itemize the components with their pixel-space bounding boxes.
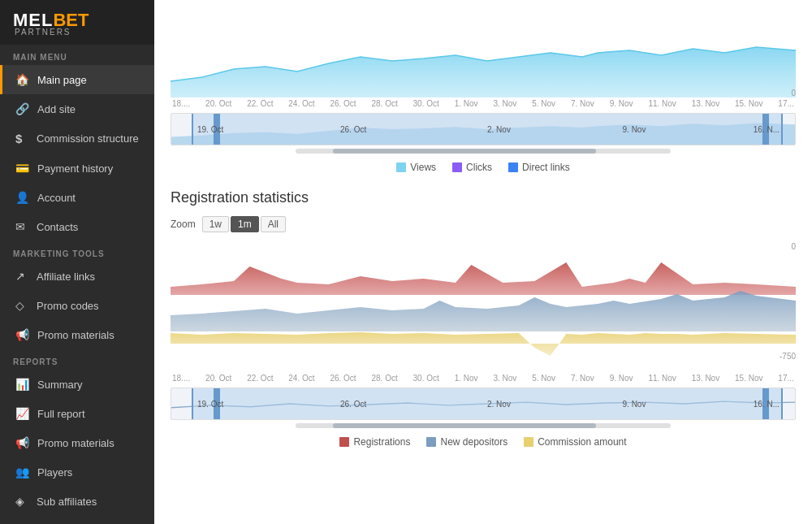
sidebar-label-promo-materials: Promo materials	[37, 329, 114, 341]
sidebar-label-sub-affiliates: Sub affiliates	[37, 496, 97, 508]
nav-label-1: 19. Oct	[197, 125, 223, 134]
registrations-dot	[339, 437, 349, 447]
promo-materials2-icon: 📢	[15, 436, 29, 449]
affiliate-icon: ↗	[15, 270, 28, 283]
sidebar-item-players[interactable]: 👥 Players	[0, 457, 154, 487]
full-report-icon: 📈	[15, 407, 29, 420]
bottom-scrollbar-thumb[interactable]	[333, 423, 595, 428]
svg-marker-3	[171, 291, 796, 331]
sidebar-label-add-site: Add site	[37, 103, 76, 115]
legend-registrations: Registrations	[339, 436, 410, 448]
legend-clicks-label: Clicks	[466, 162, 492, 173]
sidebar-item-account[interactable]: 👤 Account	[0, 183, 154, 212]
sidebar-item-payment-history[interactable]: 💳 Payment history	[0, 154, 154, 183]
legend-views-label: Views	[410, 162, 436, 173]
bottom-nav-label-5: 16. N...	[754, 400, 780, 409]
sub-affiliates-icon: ◈	[15, 495, 28, 508]
bottom-nav-label-4: 9. Nov	[623, 400, 646, 409]
top-chart-legend: Views Clicks Direct links	[171, 155, 796, 176]
reg-chart-legend: Registrations New depositors Commission …	[171, 430, 796, 451]
legend-views: Views	[396, 162, 436, 173]
sidebar-item-promo-materials-2[interactable]: 📢 Promo materials	[0, 428, 154, 457]
clicks-dot	[452, 162, 462, 172]
legend-new-depositors: New depositors	[426, 436, 508, 448]
bottom-nav-label-1: 19. Oct	[197, 400, 223, 409]
nav-label-2: 26. Oct	[340, 125, 366, 134]
main-menu-label: MAIN MENU	[0, 45, 154, 65]
zoom-1m-button[interactable]: 1m	[231, 216, 259, 232]
legend-commission-label: Commission amount	[538, 436, 626, 448]
sidebar-item-full-report[interactable]: 📈 Full report	[0, 399, 154, 428]
legend-direct-links-label: Direct links	[522, 162, 570, 173]
legend-clicks: Clicks	[452, 162, 492, 173]
reg-chart-x-labels: 18.... 20. Oct 22. Oct 24. Oct 26. Oct 2…	[171, 374, 796, 383]
svg-marker-0	[171, 47, 796, 97]
views-dot	[396, 162, 406, 172]
sidebar-item-summary[interactable]: 📊 Summary	[0, 370, 154, 399]
sidebar-item-promo-codes[interactable]: ◇ Promo codes	[0, 291, 154, 320]
new-depositors-dot	[426, 437, 436, 447]
top-chart-x-labels: 18.... 20. Oct 22. Oct 24. Oct 26. Oct 2…	[171, 99, 796, 108]
legend-registrations-label: Registrations	[353, 436, 410, 448]
sidebar-label-contacts: Contacts	[37, 221, 78, 233]
main-content: 0 0 18.... 20. Oct 22. Oct	[154, 0, 812, 524]
top-chart-section: 0 0 18.... 20. Oct 22. Oct	[154, 0, 812, 176]
home-icon: 🏠	[15, 73, 29, 86]
registration-title: Registration statistics	[171, 189, 796, 206]
bottom-nav-label-3: 2. Nov	[487, 400, 511, 409]
registration-section: Registration statistics Zoom 1w 1m All 0	[154, 176, 812, 451]
top-navigator: 19. Oct 26. Oct 2. Nov 9. Nov 16. N...	[171, 113, 796, 154]
sidebar-label-payment-history: Payment history	[37, 162, 113, 175]
dollar-icon: $	[15, 132, 28, 145]
zoom-label: Zoom	[171, 219, 196, 230]
sidebar-label-players: Players	[37, 466, 72, 479]
marketing-tools-label: MARKETING TOOLS	[0, 241, 154, 262]
contacts-icon: ✉	[15, 220, 28, 233]
account-icon: 👤	[15, 191, 29, 204]
reports-label: REPORTS	[0, 349, 154, 370]
sidebar-item-contacts[interactable]: ✉ Contacts	[0, 212, 154, 241]
sidebar-label-account: Account	[37, 192, 76, 204]
zoom-1w-button[interactable]: 1w	[202, 216, 229, 232]
nav-label-4: 9. Nov	[623, 125, 646, 134]
summary-icon: 📊	[15, 378, 29, 391]
bottom-nav-label-2: 26. Oct	[340, 400, 366, 409]
nav-label-5: 16. N...	[754, 125, 780, 134]
sidebar-label-main-page: Main page	[37, 74, 87, 86]
legend-direct-links: Direct links	[508, 162, 570, 173]
sidebar-item-main-page[interactable]: 🏠 Main page	[0, 65, 154, 94]
sidebar-label-affiliate-links: Affiliate links	[37, 271, 95, 283]
sidebar-label-commission: Commission structure	[37, 132, 139, 145]
sidebar-item-commission[interactable]: $ Commission structure	[0, 123, 154, 154]
navigator-selection[interactable]: 19. Oct 26. Oct 2. Nov 9. Nov 16. N...	[192, 114, 783, 145]
reg-chart-y-top: 0	[791, 242, 796, 251]
legend-new-depositors-label: New depositors	[440, 436, 508, 448]
bottom-navigator-selection[interactable]: 19. Oct 26. Oct 2. Nov 9. Nov 16. N...	[192, 388, 783, 419]
sidebar-item-affiliate-links[interactable]: ↗ Affiliate links	[0, 262, 154, 291]
reg-area-chart: 0	[171, 242, 796, 372]
sidebar-label-full-report: Full report	[37, 408, 85, 420]
sidebar-item-promo-materials[interactable]: 📢 Promo materials	[0, 320, 154, 349]
sidebar-label-promo-codes: Promo codes	[37, 300, 99, 312]
sidebar-label-promo-materials-2: Promo materials	[37, 437, 114, 449]
sidebar-item-sub-affiliates[interactable]: ◈ Sub affiliates	[0, 487, 154, 516]
svg-marker-4	[171, 332, 796, 356]
top-chart-y-bottom: 0	[791, 89, 796, 97]
direct-links-dot	[508, 162, 518, 172]
nav-label-3: 2. Nov	[487, 125, 511, 134]
sidebar-item-add-site[interactable]: 🔗 Add site	[0, 94, 154, 123]
reg-chart-y-bottom: -750	[780, 352, 796, 361]
sidebar: MELBET PARTNERS MAIN MENU 🏠 Main page 🔗 …	[0, 0, 154, 524]
players-icon: 👥	[15, 466, 29, 479]
payment-icon: 💳	[15, 162, 29, 175]
logo: MELBET PARTNERS	[0, 0, 154, 45]
zoom-controls: Zoom 1w 1m All	[171, 216, 796, 232]
top-scrollbar-thumb[interactable]	[333, 149, 595, 154]
sidebar-label-summary: Summary	[37, 379, 83, 391]
promo-codes-icon: ◇	[15, 299, 28, 312]
zoom-all-button[interactable]: All	[261, 216, 286, 232]
svg-marker-2	[171, 262, 796, 295]
top-area-chart: 0	[171, 8, 796, 97]
legend-commission-amount: Commission amount	[524, 436, 626, 448]
promo-materials-icon: 📢	[15, 328, 29, 341]
